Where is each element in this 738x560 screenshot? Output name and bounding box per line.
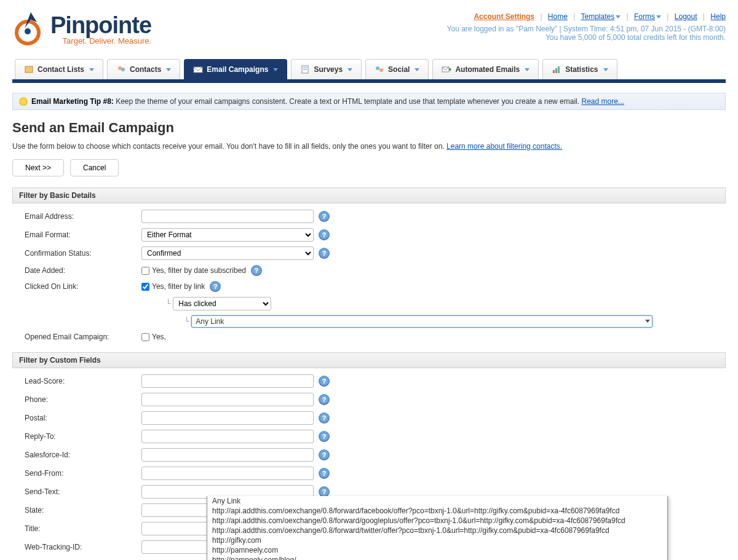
label-confirmation-status: Confirmation Status: (12, 249, 141, 258)
link-option[interactable]: http://api.addthis.com/oexchange/0.8/for… (207, 526, 667, 535)
chevron-down-icon[interactable] (656, 15, 661, 18)
link-templates[interactable]: Templates (581, 12, 614, 21)
input-lead-score[interactable] (141, 374, 314, 388)
tab-automated-emails[interactable]: Automated Emails (432, 59, 539, 79)
link-option[interactable]: http://api.addthis.com/oexchange/0.8/for… (207, 516, 667, 526)
lightbulb-icon (19, 97, 28, 106)
label-email-address: Email Address: (12, 212, 141, 221)
main-nav: Contact ListsContactsEmail CampaignsSurv… (12, 59, 726, 83)
tab-contact-lists[interactable]: Contact Lists (15, 59, 103, 79)
label-custom-field: Postal: (12, 414, 141, 422)
input-email-address[interactable] (141, 210, 314, 223)
link-option[interactable]: http://api.addthis.com/oexchange/0.8/for… (207, 506, 667, 516)
link-option[interactable]: http://pamneely.com (207, 545, 667, 555)
select-confirmation-status[interactable]: Confirmed (141, 246, 314, 260)
label-custom-field: Web-Tracking-ID: (12, 543, 141, 551)
credits-text: You have 5,000 of 5,000 total credits le… (546, 33, 726, 42)
input-send-from[interactable] (141, 467, 314, 480)
checkbox-opened-campaign[interactable] (141, 333, 149, 341)
svg-point-2 (121, 68, 125, 71)
help-icon[interactable] (319, 394, 330, 405)
select-email-format[interactable]: Either Format (141, 228, 314, 242)
tab-statistics[interactable]: Statistics (542, 59, 617, 79)
label-date-added: Date Added: (12, 266, 141, 275)
logged-in-text: You are logged in as "Pam Neely" (447, 25, 558, 33)
select-link-value[interactable]: Any Link (191, 315, 653, 328)
logo-tagline: Target. Deliver. Measure. (63, 36, 152, 45)
logo-name: Pinpointe (50, 12, 151, 39)
checkbox-clicked-link[interactable] (141, 283, 149, 291)
input-phone[interactable] (141, 393, 314, 406)
section-custom-fields: Filter by Custom Fields (12, 352, 726, 368)
svg-point-7 (376, 66, 379, 70)
label-custom-field: Phone: (12, 395, 141, 404)
page-title: Send an Email Campaign (12, 120, 726, 136)
svg-rect-11 (555, 68, 557, 73)
select-click-condition[interactable]: Has clicked (173, 297, 271, 310)
select-link[interactable]: Any Link (191, 315, 653, 328)
tip-bar: Email Marketing Tip #8: Keep the theme o… (12, 93, 726, 110)
system-time-text: System Time: 4:51 pm, 07 Jun 2015 - (GMT… (563, 25, 726, 33)
label-custom-field: Send-From: (12, 469, 141, 478)
input-postal[interactable] (141, 411, 314, 425)
link-option[interactable]: Any Link (207, 496, 667, 506)
label-custom-field: Lead-Score: (12, 377, 141, 385)
help-icon[interactable] (319, 412, 330, 424)
help-icon[interactable] (251, 265, 262, 276)
help-icon[interactable] (210, 281, 221, 292)
page-intro: Use the form below to choose which conta… (12, 142, 726, 151)
label-custom-field: Title: (12, 524, 141, 533)
top-links: Account Settings | Home | Templates | Fo… (447, 12, 726, 21)
checkbox-clicked-link-label: Yes, filter by link (152, 282, 205, 291)
logo[interactable]: Pinpointe Target. Deliver. Measure. (12, 12, 151, 47)
help-icon[interactable] (319, 211, 330, 222)
link-forms[interactable]: Forms (634, 12, 655, 21)
link-learn-more[interactable]: Learn more about filtering contacts. (446, 142, 562, 151)
link-account-settings[interactable]: Account Settings (474, 12, 534, 21)
tab-contacts[interactable]: Contacts (107, 59, 180, 79)
label-custom-field: Send-Text: (12, 487, 141, 496)
label-email-format: Email Format: (12, 231, 141, 239)
input-reply-to[interactable] (141, 430, 314, 443)
logo-mark-icon (12, 12, 47, 47)
label-custom-field: State: (12, 506, 141, 515)
header: Pinpointe Target. Deliver. Measure. Acco… (12, 6, 726, 59)
link-option[interactable]: http://gifky.com (207, 535, 667, 545)
tip-text: Keep the theme of your email campaigns c… (116, 97, 579, 106)
link-option[interactable]: http://pamneely.com/blog/ (207, 555, 667, 560)
link-help[interactable]: Help (710, 12, 726, 21)
tip-read-more[interactable]: Read more... (581, 97, 624, 106)
link-dropdown-panel: Any Linkhttp://api.addthis.com/oexchange… (207, 496, 668, 560)
label-custom-field: Salesforce-Id: (12, 451, 141, 459)
svg-point-8 (379, 68, 383, 72)
svg-rect-0 (25, 66, 33, 73)
svg-rect-10 (553, 70, 555, 73)
input-salesforce-id[interactable] (141, 448, 314, 462)
tab-social[interactable]: Social (365, 59, 429, 79)
help-icon[interactable] (319, 468, 330, 479)
checkbox-date-added-label: Yes, filter by date subscribed (152, 266, 246, 275)
tab-email-campaigns[interactable]: Email Campaigns (184, 59, 287, 79)
link-home[interactable]: Home (548, 12, 568, 21)
link-logout[interactable]: Logout (675, 12, 697, 21)
help-icon[interactable] (319, 229, 330, 240)
help-icon[interactable] (319, 248, 330, 259)
svg-rect-12 (558, 66, 560, 73)
tab-surveys[interactable]: Surveys (291, 59, 362, 79)
tip-label: Email Marketing Tip #8: (31, 97, 114, 106)
label-clicked-link: Clicked On Link: (12, 282, 141, 291)
checkbox-date-added[interactable] (141, 267, 149, 275)
label-custom-field: Reply-To: (12, 432, 141, 441)
label-opened-campaign: Opened Email Campaign: (12, 333, 141, 341)
help-icon[interactable] (319, 449, 330, 460)
cancel-button[interactable]: Cancel (70, 159, 119, 176)
section-basic-details: Filter by Basic Details (12, 187, 726, 203)
checkbox-opened-campaign-label: Yes, (152, 333, 166, 341)
next-button[interactable]: Next >> (12, 159, 64, 176)
help-icon[interactable] (319, 376, 330, 387)
help-icon[interactable] (319, 431, 330, 442)
chevron-down-icon[interactable] (616, 15, 621, 18)
